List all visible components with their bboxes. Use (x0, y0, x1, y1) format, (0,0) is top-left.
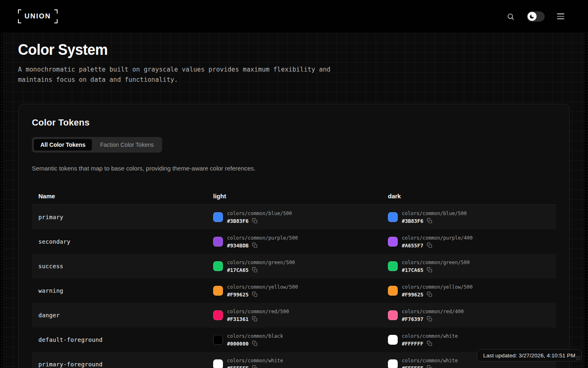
token-hex: #F99625 (402, 291, 423, 298)
main-content: Color System A monochromatic palette bui… (3, 33, 585, 368)
token-name: primary (32, 214, 207, 220)
logo-bracket-icon (54, 9, 58, 13)
token-path: colors/common/white (402, 333, 458, 340)
token-hex: #F76397 (402, 316, 423, 323)
token-color-cell: colors/common/yellow/500#F99625 (207, 284, 381, 298)
color-swatch (388, 310, 398, 320)
copy-icon[interactable] (427, 218, 432, 224)
color-swatch (388, 261, 398, 271)
color-swatch (388, 359, 398, 368)
token-meta: colors/common/white#FFFFFF (402, 357, 458, 368)
copy-icon[interactable] (427, 267, 432, 273)
color-swatch (213, 261, 223, 271)
color-swatch (213, 359, 223, 368)
copy-icon[interactable] (427, 341, 432, 346)
table-row: warningcolors/common/yellow/500#F99625co… (32, 278, 556, 303)
table-header: Name light dark (32, 187, 556, 205)
token-meta: colors/common/blue/500#3B83F6 (227, 210, 292, 224)
token-color-cell: colors/common/blue/500#3B83F6 (207, 210, 381, 224)
token-path: colors/common/green/500 (227, 259, 295, 266)
token-hex: #FFFFFF (227, 365, 249, 368)
token-meta: colors/common/yellow/500#F99625 (227, 284, 298, 298)
copy-icon[interactable] (252, 341, 258, 346)
tab-list: All Color Tokens Faction Color Tokens (32, 137, 162, 153)
union-logo[interactable]: UNION (18, 9, 58, 23)
hamburger-icon (557, 16, 564, 17)
token-color-cell: colors/common/purple/500#934BDB (207, 235, 381, 249)
page-description: A monochromatic palette built on graysca… (18, 65, 336, 85)
token-path: colors/common/yellow/500 (402, 284, 472, 291)
copy-icon[interactable] (252, 316, 258, 322)
navbar-actions (505, 11, 566, 22)
token-hex: #A655F7 (402, 242, 423, 249)
token-path: colors/common/yellow/500 (227, 284, 298, 291)
token-meta: colors/common/purple/400#A655F7 (402, 235, 472, 249)
theme-toggle[interactable] (527, 11, 545, 22)
token-path: colors/common/blue/500 (402, 210, 467, 217)
token-meta: colors/common/purple/500#934BDB (227, 235, 298, 249)
token-path: colors/common/blue/500 (227, 210, 292, 217)
token-name: default-foreground (32, 337, 207, 343)
token-name: primary-foreground (32, 361, 207, 368)
color-swatch (213, 310, 223, 320)
token-meta: colors/common/black#000000 (227, 333, 283, 347)
last-updated-badge: Last updated: 3/27/2026, 4:10:51 PM (477, 349, 581, 361)
copy-icon[interactable] (252, 267, 258, 273)
token-path: colors/common/black (227, 333, 283, 340)
color-swatch (388, 335, 398, 345)
token-name: secondary (32, 238, 207, 245)
token-path: colors/common/purple/400 (402, 235, 472, 242)
tab-faction-color-tokens[interactable]: Faction Color Tokens (93, 139, 160, 151)
column-header-light: light (207, 193, 381, 200)
moon-icon (529, 14, 535, 19)
copy-icon[interactable] (252, 242, 258, 248)
copy-icon[interactable] (427, 316, 432, 322)
token-hex: #F99625 (227, 291, 249, 298)
table-row: successcolors/common/green/500#17CA65col… (32, 254, 556, 278)
logo-bracket-icon (18, 19, 21, 23)
token-name: warning (32, 287, 207, 294)
token-color-cell: colors/common/yellow/500#F99625 (381, 284, 556, 298)
color-swatch (388, 237, 398, 247)
color-swatch (388, 286, 398, 296)
column-header-name: Name (32, 193, 207, 200)
token-meta: colors/common/blue/500#3B83F6 (402, 210, 467, 224)
token-color-cell: colors/common/red/400#F76397 (381, 308, 556, 323)
token-color-cell: colors/common/white#FFFFFF (381, 333, 556, 347)
token-meta: colors/common/white#FFFFFF (402, 333, 458, 347)
token-color-cell: colors/common/white#FFFFFF (207, 357, 381, 368)
theme-toggle-knob (528, 12, 537, 21)
table-row: default-foregroundcolors/common/black#00… (32, 328, 556, 352)
token-name: danger (32, 312, 207, 319)
token-path: colors/common/white (227, 357, 283, 364)
copy-icon[interactable] (427, 365, 432, 368)
logo-bracket-icon (18, 9, 21, 13)
copy-icon[interactable] (427, 292, 432, 297)
token-meta: colors/common/green/500#17CA65 (227, 259, 295, 274)
token-path: colors/common/red/400 (402, 308, 464, 315)
token-color-cell: colors/common/red/500#F31361 (207, 308, 381, 323)
color-swatch (213, 212, 223, 222)
color-tokens-card: Color Tokens All Color Tokens Faction Co… (18, 104, 570, 368)
token-color-cell: colors/common/blue/500#3B83F6 (381, 210, 556, 224)
color-tokens-table: Name light dark primarycolors/common/blu… (32, 187, 556, 368)
table-body: primarycolors/common/blue/500#3B83F6colo… (32, 205, 556, 368)
color-swatch (213, 286, 223, 296)
copy-icon[interactable] (427, 242, 432, 248)
token-hex: #3B83F6 (402, 218, 423, 224)
token-name: success (32, 263, 207, 269)
search-button[interactable] (505, 11, 516, 22)
color-swatch (388, 212, 398, 222)
copy-icon[interactable] (252, 218, 258, 224)
token-color-cell: colors/common/green/500#17CA65 (381, 259, 556, 274)
copy-icon[interactable] (252, 292, 258, 297)
table-row: primarycolors/common/blue/500#3B83F6colo… (32, 205, 556, 229)
token-hex: #17CA65 (402, 267, 423, 274)
menu-button[interactable] (555, 12, 566, 21)
card-title: Color Tokens (32, 117, 556, 128)
copy-icon[interactable] (252, 365, 258, 368)
token-meta: colors/common/red/500#F31361 (227, 308, 289, 323)
token-hex: #F31361 (227, 316, 249, 323)
token-color-cell: colors/common/green/500#17CA65 (207, 259, 381, 274)
tab-all-color-tokens[interactable]: All Color Tokens (33, 139, 92, 151)
